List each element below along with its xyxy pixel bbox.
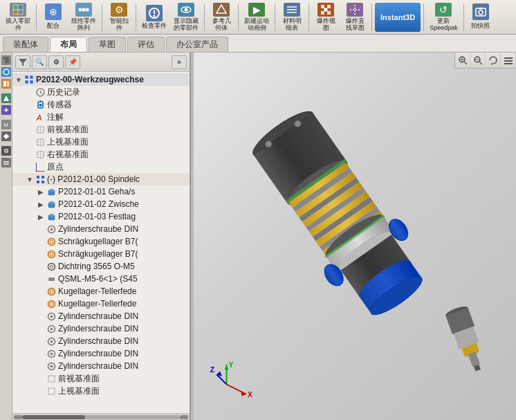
tree-item-top2[interactable]: 上视基准面 [12,385,190,397]
tree-item-zyl6[interactable]: Zylinderschraube DIN [12,360,190,372]
tree-hscroll[interactable] [12,413,190,420]
explode-view-button[interactable]: 爆炸视图 [312,1,340,33]
tree-item-front2-label: 前视基准面 [58,373,100,385]
svg-marker-32 [3,95,9,101]
tree-item-zyl2[interactable]: Zylinderschraube DIN [12,310,190,322]
mate-button[interactable]: ⊕ 配合 [39,1,67,33]
left-icon-3[interactable] [1,79,11,89]
hscroll-thumb[interactable] [22,415,85,419]
tree-root-item[interactable]: ▼ P2012-00-Werkzeugwechse [12,73,190,86]
tree-item-origin[interactable]: 原点 [12,161,190,173]
tree-expand-zwischen[interactable]: ▶ [36,199,46,209]
instant3d-button[interactable]: Instant3D [375,3,421,32]
svg-point-78 [48,238,55,245]
left-icon-7[interactable] [1,131,11,141]
kugtel1-icon [46,286,57,297]
left-icon-1[interactable] [1,55,11,65]
tree-config-btn[interactable]: ⚙ [48,55,64,69]
update-speedpak-button[interactable]: ↺ 更新Speedpak [427,1,461,33]
tab-office[interactable]: 办公室产品 [166,37,228,52]
svg-point-6 [86,8,89,11]
tree-expand-btn[interactable]: » [172,55,187,69]
svg-marker-44 [19,59,27,66]
hscroll-track[interactable] [22,415,180,419]
update-speedpak-label: 更新Speedpak [430,18,458,32]
tree-expand-front [25,125,35,134]
motion-anim-button[interactable]: ▶ 新建运动动画例 [241,1,272,33]
tree-item-qsml[interactable]: QSML-M5-6<1> (S45 [12,273,190,285]
tree-item-sensor[interactable]: 传感器 [12,98,190,111]
tree-item-history[interactable]: 历史记录 [12,86,190,98]
3d-viewport[interactable]: Y X Z [194,53,516,420]
svg-rect-99 [48,376,55,382]
tree-expand-annot [25,112,35,122]
tree-toolbar: 🔍 ⚙ 📌 » [12,53,190,72]
tree-item-annot[interactable]: A 注解 [12,111,190,123]
tree-expand-festlag[interactable]: ▶ [36,212,46,221]
tab-assembly[interactable]: 装配体 [3,37,48,52]
tree-item-top2-label: 上视基准面 [58,385,100,397]
tree-item-top[interactable]: 上视基准面 [12,136,190,148]
tree-item-kugel2[interactable]: Schrägkugellager B7( [12,248,190,260]
tab-evaluate[interactable]: 评估 [127,37,165,52]
show-hide-button[interactable]: 显示隐藏的零部件 [171,1,201,33]
left-icon-8[interactable] [1,146,11,156]
top-plane-icon [35,136,46,147]
tree-item-kugtel2[interactable]: Kugellager-Tellerfede [12,298,190,310]
smart-fastener-button[interactable]: ⚙ 智能扣件 [105,1,133,33]
tree-item-kugtel1[interactable]: Kugellager-Tellerfede [12,285,190,298]
tree-root-expand[interactable]: ▼ [14,75,24,84]
left-icon-5[interactable] [1,105,11,115]
tree-item-dicht[interactable]: Dichtring 3565 O-M5 [12,260,190,273]
tree-item-spindel-label: (-) P2012-01-00 Spindelc [47,174,140,184]
tree-search-btn[interactable]: 🔍 [32,55,47,69]
tree-expand-zyl3 [36,324,46,334]
explode-line-button[interactable]: 爆炸直线草图 [341,1,369,33]
spindel-icon [35,174,46,185]
insert-part-button[interactable]: 插入零部件 [3,1,33,33]
tree-item-front[interactable]: 前视基准面 [12,123,190,136]
toolbar-sep-5 [238,3,239,31]
check-part-button[interactable]: 检查零件 [139,1,169,33]
tree-expand-front2 [36,374,46,383]
check-part-label: 检查零件 [142,23,167,30]
tree-item-zyl3[interactable]: Zylinderschraube DIN [12,322,190,335]
tab-sketch[interactable]: 草图 [89,37,126,52]
tree-item-festlag[interactable]: ▶ P2012-01-03 Festlag [12,210,190,223]
svg-rect-20 [324,8,328,11]
left-icon-4[interactable] [1,93,11,103]
svg-text:A: A [36,113,42,122]
tree-expand-origin [25,162,35,172]
tree-expand-geha[interactable]: ▶ [36,187,46,197]
svg-point-98 [50,365,53,367]
linear-array-button[interactable]: 线性零件阵列 [68,1,99,33]
geha-icon [46,186,57,197]
tree-item-history-label: 历史记录 [47,86,80,98]
tree-item-spindel[interactable]: ▼ (-) P2012-01-00 Spindelc [12,173,190,185]
tree-item-zyl5[interactable]: Zylinderschraube DIN [12,347,190,360]
hscroll-right-btn[interactable] [180,415,188,419]
tree-item-kugel1[interactable]: Schrägkugellager B7( [12,235,190,248]
tree-filter-btn[interactable] [15,55,30,69]
tree-item-zyl2-label: Zylinderschraube DIN [58,311,138,321]
tab-layout[interactable]: 布局 [50,37,87,52]
tree-expand-kugel2 [36,249,46,259]
tree-item-right[interactable]: 右视基准面 [12,148,190,161]
left-icon-2[interactable] [1,67,11,77]
bom-button[interactable]: 材料明细表 [278,1,306,33]
ref-geom-button[interactable]: 参考几何体 [208,1,235,33]
tree-item-zyl4[interactable]: Zylinderschraube DIN [12,335,190,347]
tree-expand-spindel[interactable]: ▼ [25,174,35,184]
snapshot-button[interactable]: 拍快照 [467,1,495,33]
tree-item-geha[interactable]: ▶ P2012-01-01 Geha/s [12,185,190,198]
left-icon-6[interactable]: M [1,120,11,129]
tree-item-front2[interactable]: 前视基准面 [12,372,190,385]
hscroll-left-btn[interactable] [14,415,22,419]
tree-item-zwischen[interactable]: ▶ P2012-01-02 Zwische [12,198,190,210]
left-icon-9[interactable] [1,158,11,167]
tree-pin-btn[interactable]: 📌 [65,55,80,69]
kugtel2-icon [46,298,57,309]
tree-item-zylinder1[interactable]: Zylinderschraube DIN [12,223,190,235]
tree-item-origin-label: 原点 [47,161,64,173]
svg-text:X: X [248,392,252,399]
